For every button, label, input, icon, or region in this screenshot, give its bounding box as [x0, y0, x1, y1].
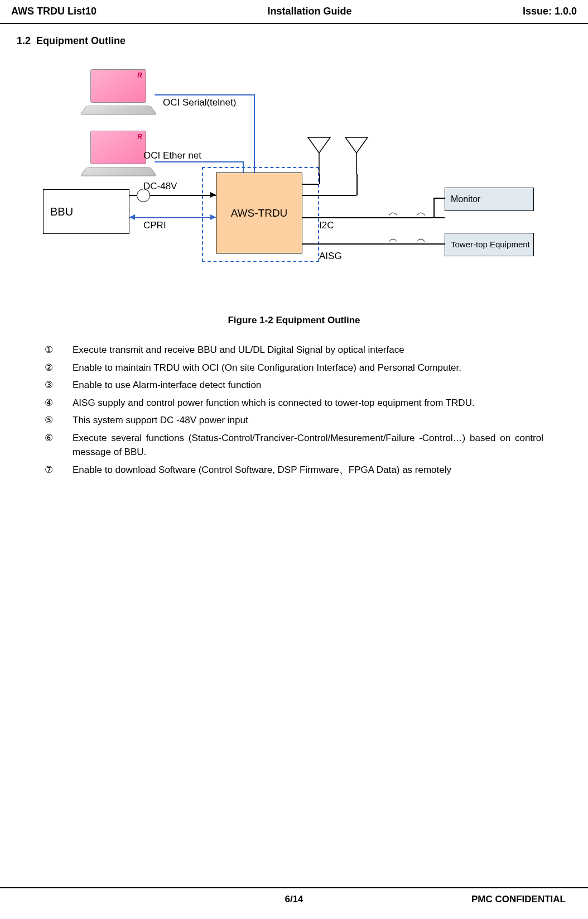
list-item: ② Enable to maintain TRDU with OCI (On s… — [45, 361, 543, 375]
svg-marker-2 — [345, 137, 368, 153]
list-item: ③ Enable to use Alarm-interface detect f… — [45, 378, 543, 393]
connector-line — [433, 198, 445, 199]
equipment-outline-diagram: BBU AWS-TRDU Monitor Tower-top Equipment… — [43, 64, 545, 298]
tower-box: Tower-top Equipment — [445, 233, 534, 256]
list-text: Enable to use Alarm-interface detect fun… — [73, 378, 261, 393]
list-item: ⑤ This system support DC -48V power inpu… — [45, 413, 543, 428]
feature-list: ① Execute transmit and receive BBU and U… — [17, 343, 571, 477]
list-text: Execute several functions (Status-Contro… — [73, 431, 543, 460]
figure-caption: Figure 1-2 Equipment Outline — [17, 315, 571, 326]
label-oci-ether: OCI Ether net — [143, 150, 201, 161]
monitor-box: Monitor — [445, 188, 534, 211]
arrow-icon — [210, 192, 216, 198]
list-item: ④ AISG supply and control power function… — [45, 396, 543, 410]
label-dc48v: DC-48V — [143, 181, 177, 192]
arrow-icon — [129, 214, 135, 220]
circle-node — [137, 189, 150, 202]
connector-line — [155, 161, 244, 162]
connector-line — [433, 198, 435, 218]
connector-line — [319, 174, 320, 184]
list-marker: ③ — [45, 378, 73, 393]
section-heading: 1.2 Equipment Outline — [17, 35, 571, 47]
header-left: AWS TRDU List10 — [11, 6, 97, 17]
aws-trdu-box: AWS-TRDU — [216, 173, 302, 253]
list-marker: ⑥ — [45, 431, 73, 460]
label-oci-serial: OCI Serial(telnet) — [163, 97, 236, 108]
connector-line — [243, 161, 244, 173]
section-num: 1.2 — [17, 35, 31, 46]
svg-marker-0 — [308, 137, 330, 153]
list-marker: ⑦ — [45, 463, 73, 477]
connector-line — [155, 94, 255, 95]
list-item: ⑦ Enable to download Software (Control S… — [45, 463, 543, 477]
label-cpri: CPRI — [143, 220, 166, 231]
list-text: Enable to maintain TRDU with OCI (On sit… — [73, 361, 461, 375]
arrow-icon — [210, 214, 216, 220]
connector-line — [356, 174, 358, 195]
antenna-icon — [307, 136, 331, 178]
label-i2c: I2C — [319, 220, 334, 231]
antenna-icon — [344, 136, 369, 178]
list-marker: ④ — [45, 396, 73, 410]
connector-line — [302, 184, 319, 185]
bbu-box: BBU — [43, 189, 129, 234]
connector-line — [129, 217, 216, 218]
wave-icon — [389, 235, 445, 246]
list-text: AISG supply and control power function w… — [73, 396, 475, 410]
list-text: This system support DC -48V power input — [73, 413, 248, 428]
list-marker: ⑤ — [45, 413, 73, 428]
page-header: AWS TRDU List10 Installation Guide Issue… — [0, 0, 588, 24]
header-right: Issue: 1.0.0 — [523, 6, 577, 17]
connector-line — [302, 195, 356, 196]
list-marker: ① — [45, 343, 73, 357]
section-title: Equipment Outline — [36, 35, 126, 46]
list-text: Enable to download Software (Control Sof… — [73, 463, 451, 477]
list-item: ① Execute transmit and receive BBU and U… — [45, 343, 543, 357]
laptop-icon — [82, 69, 155, 119]
list-item: ⑥ Execute several functions (Status-Cont… — [45, 431, 543, 460]
header-center: Installation Guide — [267, 6, 351, 17]
label-aisg: AISG — [319, 251, 342, 262]
connector-line — [254, 94, 255, 173]
wave-icon — [389, 209, 445, 220]
list-text: Execute transmit and receive BBU and UL/… — [73, 343, 404, 357]
list-marker: ② — [45, 361, 73, 375]
